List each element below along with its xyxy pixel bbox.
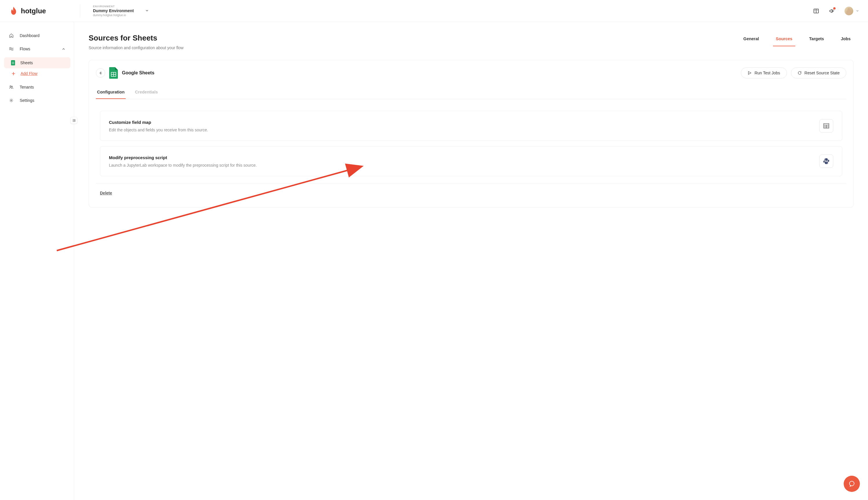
config-title: Customize field map: [109, 120, 208, 125]
svg-point-4: [833, 10, 834, 10]
gear-icon: [9, 98, 14, 103]
page-header: Sources for Sheets Source information an…: [89, 34, 854, 50]
svg-point-19: [827, 163, 827, 163]
chevron-down-icon: [856, 10, 859, 12]
page-title: Sources for Sheets: [89, 34, 183, 43]
refresh-icon: [798, 71, 802, 75]
brand-name: hotglue: [21, 7, 46, 15]
delete-button[interactable]: Delete: [100, 191, 112, 195]
page-subtitle: Source information and configuration abo…: [89, 45, 183, 50]
svg-point-7: [10, 86, 11, 87]
config-list: Customize field map Edit the objects and…: [96, 111, 846, 176]
reset-source-state-button[interactable]: Reset Source State: [791, 67, 846, 78]
chat-fab[interactable]: [844, 476, 860, 492]
sidebar-item-sheets[interactable]: Sheets: [4, 57, 70, 68]
tab-general[interactable]: General: [741, 34, 762, 46]
source-name: Google Sheets: [122, 70, 154, 76]
topbar-actions: [813, 7, 862, 15]
chevron-up-icon: [62, 47, 65, 50]
tab-sources[interactable]: Sources: [773, 34, 795, 46]
logo[interactable]: hotglue: [10, 7, 74, 15]
svg-point-9: [11, 100, 12, 101]
preprocessing-script-button[interactable]: [819, 155, 833, 168]
plus-icon: [12, 72, 15, 76]
tab-jobs[interactable]: Jobs: [838, 34, 854, 46]
card-header: Google Sheets Run Test Jobs Reset Source…: [96, 67, 846, 79]
source-tabs: Configuration Credentials: [96, 86, 846, 99]
notification-dot: [833, 7, 836, 10]
tab-configuration[interactable]: Configuration: [96, 86, 126, 99]
python-icon: [823, 158, 830, 164]
flows-icon: [9, 46, 14, 52]
chat-icon: [848, 480, 855, 487]
sidebar-item-settings[interactable]: Settings: [0, 94, 74, 107]
play-icon: [747, 71, 752, 75]
button-label: Run Test Jobs: [755, 71, 780, 75]
config-desc: Edit the objects and fields you receive …: [109, 128, 208, 132]
announcements-icon[interactable]: [829, 8, 835, 14]
sidebar-item-label: Settings: [20, 98, 34, 103]
add-flow-link[interactable]: Add Flow: [4, 68, 70, 79]
sidebar-item-label: Dashboard: [20, 33, 40, 38]
config-item-preprocessing: Modify preprocessing script Launch a Jup…: [100, 146, 842, 176]
source-card: Google Sheets Run Test Jobs Reset Source…: [89, 60, 854, 207]
button-label: Reset Source State: [804, 71, 839, 75]
sidebar-item-tenants[interactable]: Tenants: [0, 80, 74, 94]
config-item-field-map: Customize field map Edit the objects and…: [100, 111, 842, 141]
home-icon: [9, 33, 14, 38]
page-tabs: General Sources Targets Jobs: [741, 34, 854, 46]
config-title: Modify preprocessing script: [109, 155, 257, 160]
back-button[interactable]: [96, 68, 105, 78]
delete-row: Delete: [96, 183, 846, 196]
add-flow-label: Add Flow: [21, 71, 37, 76]
docs-icon[interactable]: [813, 8, 819, 14]
sidebar-item-dashboard[interactable]: Dashboard: [0, 29, 74, 42]
user-menu[interactable]: [845, 7, 859, 15]
sidebar-item-label: Sheets: [20, 60, 33, 65]
tab-credentials[interactable]: Credentials: [134, 86, 159, 99]
avatar: [845, 7, 853, 15]
env-url: dummy.hotglue.hotglue.io: [93, 14, 134, 17]
google-sheets-icon: [109, 67, 118, 79]
run-test-jobs-button[interactable]: Run Test Jobs: [741, 67, 787, 78]
topbar: hotglue ENVIRONMENT Dummy Environment du…: [0, 0, 868, 22]
tab-targets[interactable]: Targets: [806, 34, 827, 46]
svg-point-5: [834, 10, 834, 11]
sheets-icon: [11, 60, 15, 65]
sidebar-item-label: Flows: [20, 47, 30, 51]
env-label: ENVIRONMENT: [93, 5, 134, 8]
main-content: Sources for Sheets Source information an…: [74, 22, 868, 500]
tenants-icon: [9, 84, 14, 90]
arrow-left-icon: [99, 71, 102, 75]
svg-point-23: [850, 481, 854, 486]
sidebar-item-flows[interactable]: Flows: [0, 42, 74, 56]
table-icon: [823, 123, 830, 129]
svg-point-6: [833, 11, 834, 12]
env-name: Dummy Environment: [93, 8, 134, 13]
sidebar: Dashboard Flows Sheets Add Flow: [0, 22, 74, 500]
chevron-down-icon: [145, 9, 148, 13]
field-map-button[interactable]: [819, 119, 833, 133]
sidebar-item-label: Tenants: [20, 85, 34, 89]
svg-point-18: [825, 159, 826, 159]
environment-selector[interactable]: ENVIRONMENT Dummy Environment dummy.hotg…: [86, 5, 148, 17]
flame-icon: [10, 7, 18, 15]
config-desc: Launch a JupyterLab workspace to modify …: [109, 163, 257, 168]
svg-point-8: [12, 86, 13, 87]
